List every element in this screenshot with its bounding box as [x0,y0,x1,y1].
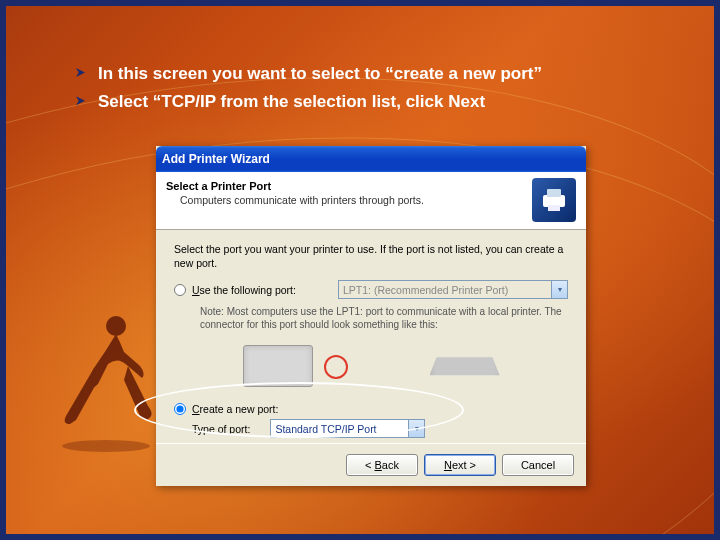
svg-rect-3 [547,189,561,197]
parallel-connector-icon [430,351,500,381]
create-new-port-label[interactable]: Create a new port: [192,403,278,415]
runner-silhouette [46,306,166,456]
printer-illustration-icon [243,345,313,387]
connector-diagram [184,339,558,393]
chevron-down-icon: ▾ [408,420,424,437]
dialog-title: Add Printer Wizard [162,152,270,166]
header-title: Select a Printer Port [166,180,424,192]
dialog-titlebar[interactable]: Add Printer Wizard [156,146,586,172]
header-subtitle: Computers communicate with printers thro… [166,194,424,206]
create-new-port-radio[interactable] [174,403,186,415]
slide-bullets: In this screen you want to select to “cr… [76,61,664,118]
bullet-item: In this screen you want to select to “cr… [76,61,664,87]
use-following-port-label[interactable]: Use the following port: [192,284,296,296]
dialog-content: Select the port you want your printer to… [156,230,586,446]
highlight-circle-icon [324,355,348,379]
dialog-button-row: < Back Next > Cancel [346,454,574,476]
port-dropdown[interactable]: LPT1: (Recommended Printer Port) ▾ [338,280,568,299]
cancel-button[interactable]: Cancel [502,454,574,476]
create-new-port-row: Create a new port: [174,403,568,415]
button-divider [156,443,586,444]
chevron-down-icon: ▾ [551,281,567,298]
add-printer-wizard-dialog: Add Printer Wizard Select a Printer Port… [156,146,586,486]
port-dropdown-value: LPT1: (Recommended Printer Port) [343,284,508,296]
svg-point-1 [62,440,150,452]
type-of-port-row: Type of port: Standard TCP/IP Port ▾ [174,419,568,438]
back-button[interactable]: < Back [346,454,418,476]
instruction-text: Select the port you want your printer to… [174,242,568,270]
next-button[interactable]: Next > [424,454,496,476]
use-following-port-radio[interactable] [174,284,186,296]
svg-point-0 [106,316,126,336]
bullet-item: Select “TCP/IP from the selection list, … [76,89,664,115]
type-of-port-dropdown[interactable]: Standard TCP/IP Port ▾ [270,419,425,438]
type-of-port-value: Standard TCP/IP Port [275,423,376,435]
use-following-port-row: Use the following port: LPT1: (Recommend… [174,280,568,299]
type-of-port-label: Type of port: [174,423,250,435]
printer-port-icon [532,178,576,222]
port-note-text: Note: Most computers use the LPT1: port … [174,305,568,331]
dialog-header: Select a Printer Port Computers communic… [156,172,586,230]
svg-rect-4 [548,205,560,211]
